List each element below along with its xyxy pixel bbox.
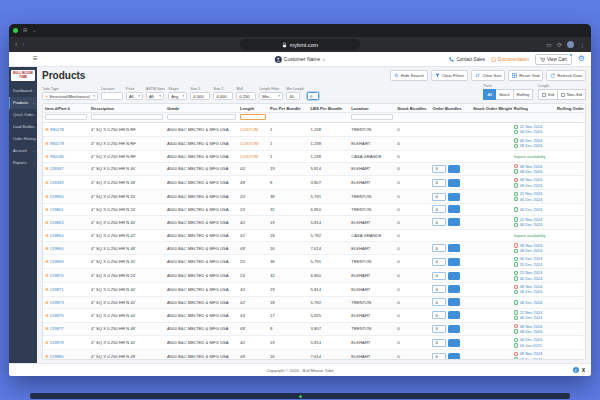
astm-spec-input[interactable]: All▾	[146, 92, 164, 100]
settings-gear-icon[interactable]: ⚙	[578, 55, 585, 63]
item-number-link[interactable]: 119868	[50, 259, 64, 264]
rolling-date-link[interactable]: 08 Dec 2024	[520, 183, 543, 188]
sidebar-item-load-builder[interactable]: Load Builder›	[9, 121, 37, 133]
add-to-cart-button[interactable]	[448, 179, 460, 187]
sidebar-item-products[interactable]: Products›	[9, 97, 37, 109]
rolling-date-link[interactable]: 06 Dec 2024	[520, 197, 543, 202]
add-to-cart-button[interactable]	[448, 205, 460, 213]
add-to-cart-button[interactable]	[448, 298, 460, 306]
reset-grid-button[interactable]: Reset Grid	[508, 70, 543, 81]
expand-plus-icon[interactable]: ⊕	[45, 354, 49, 359]
order-qty-input[interactable]: 0	[432, 165, 446, 173]
column-header-pcs-per-bundle[interactable]: Pcs Per Bundle	[268, 104, 309, 113]
item-number-link[interactable]: 980180	[50, 154, 64, 159]
refresh-icon[interactable]: ⟳	[557, 42, 562, 48]
add-to-cart-button[interactable]	[448, 272, 460, 280]
parts-option-stock[interactable]: Stock	[496, 89, 513, 100]
add-to-cart-button[interactable]	[448, 285, 460, 293]
refresh-data-button[interactable]: Refresh Data	[546, 70, 586, 81]
add-to-cart-button[interactable]	[448, 339, 460, 347]
rolling-date-link[interactable]: 06 Dec 2024	[520, 315, 543, 320]
column-filter-input-grade[interactable]	[167, 114, 236, 120]
min-length-input[interactable]: 40	[286, 92, 300, 100]
item-number-link[interactable]: 119870	[50, 273, 64, 278]
add-to-cart-button[interactable]	[448, 258, 460, 266]
add-to-cart-button[interactable]	[448, 325, 460, 333]
item-number-link[interactable]: 980179	[50, 141, 64, 146]
parts-input[interactable]: All▾	[126, 92, 143, 100]
rolling-date-link[interactable]: 03 Jan 2025	[520, 343, 542, 348]
browser-profile-avatar[interactable]	[567, 41, 574, 48]
expand-plus-icon[interactable]: ⊕	[45, 313, 49, 318]
item-number-link[interactable]: 119861	[50, 207, 64, 212]
expand-plus-icon[interactable]: ⊕	[45, 287, 49, 292]
column-filter-input-location[interactable]	[351, 114, 393, 120]
add-to-cart-button[interactable]	[448, 165, 460, 173]
item-number-link[interactable]: 118349	[50, 180, 64, 185]
order-qty-input[interactable]: 0	[432, 179, 446, 187]
desktop-dock[interactable]	[30, 393, 570, 399]
column-header-rolling-order-weight[interactable]: Rolling Order Weight	[555, 104, 585, 113]
item-number-link[interactable]: 119877	[50, 326, 64, 331]
order-qty-input[interactable]: 0	[432, 298, 446, 306]
extra-input[interactable]: 0	[307, 92, 319, 100]
hide-search-button[interactable]: Hide Search	[390, 70, 428, 81]
view-cart-button[interactable]: View Cart	[535, 54, 572, 65]
item-number-link[interactable]: 118347	[50, 166, 64, 171]
shape-input[interactable]: Any▾	[168, 92, 187, 100]
expand-plus-icon[interactable]: ⊕	[45, 207, 49, 212]
rolling-date-link[interactable]: 08 Dec 2024	[520, 143, 543, 148]
add-to-cart-button[interactable]	[448, 311, 460, 319]
add-to-cart-button[interactable]	[448, 353, 460, 360]
size-1-input[interactable]: 4.000	[190, 92, 210, 100]
expand-plus-icon[interactable]: ⊕	[45, 340, 49, 345]
expand-plus-icon[interactable]: ⊕	[45, 180, 49, 185]
customer-selector[interactable]: Customer Name ∨	[275, 56, 325, 63]
sidebar-toggle-icon[interactable]: ≡	[33, 55, 38, 63]
column-header-grade[interactable]: Grade	[165, 104, 238, 113]
column-header-item-part[interactable]: Item #/Part #	[43, 104, 89, 113]
traffic-light-icon[interactable]	[13, 28, 18, 33]
item-number-link[interactable]: 119863	[50, 220, 64, 225]
order-qty-input[interactable]: 0	[432, 205, 446, 213]
size-2-input[interactable]: 4.000	[213, 92, 233, 100]
item-number-link[interactable]: 119864	[50, 233, 64, 238]
length-option-std[interactable]: Std	[538, 89, 558, 100]
clear-sort-button[interactable]: Clear Sort	[471, 70, 505, 81]
clear-x-icon[interactable]: ✕	[45, 94, 48, 99]
sidebar-item-quick-order[interactable]: Quick Order›	[9, 109, 37, 121]
item-number-link[interactable]: 980178	[50, 127, 64, 132]
column-header-description[interactable]: Description	[89, 104, 165, 113]
item-number-link[interactable]: 119878	[50, 340, 64, 345]
rolling-date-link[interactable]: 08 Dec 2024	[520, 289, 543, 294]
rolling-date-link[interactable]: 06 Dec 2024	[520, 276, 543, 281]
column-header-lbs-per-bundle[interactable]: LBS Per Bundle	[309, 104, 350, 113]
rolling-date-link[interactable]: 06 Dec 2024	[520, 207, 543, 212]
expand-plus-icon[interactable]: ⊕	[45, 246, 49, 251]
rolling-date-link[interactable]: 06 Dec 2024	[520, 129, 543, 134]
rolling-date-link[interactable]: 06 Dec 2024	[520, 222, 543, 227]
expand-plus-icon[interactable]: ⊕	[45, 127, 49, 132]
rolling-date-link[interactable]: 08 Dec 2024	[520, 248, 543, 253]
expand-plus-icon[interactable]: ⊕	[45, 154, 49, 159]
order-qty-input[interactable]: 0	[432, 353, 446, 360]
item-number-link[interactable]: 119873	[50, 300, 64, 305]
item-number-link[interactable]: 119866	[50, 246, 64, 251]
rolling-date-link[interactable]: 08 Dec 2024	[520, 329, 543, 334]
cast-icon[interactable]: ▭	[546, 42, 552, 48]
tab-chevron-icon[interactable]: ⌄	[32, 28, 36, 33]
url-bar[interactable]: mybmt.com	[240, 39, 360, 50]
item-number-link[interactable]: 119880	[50, 354, 64, 359]
order-qty-input[interactable]: 0	[432, 193, 446, 201]
add-to-cart-button[interactable]	[448, 244, 460, 252]
wall-input[interactable]: 0.250	[236, 92, 256, 100]
rolling-date-link[interactable]: 08 Dec 2024	[520, 169, 543, 174]
length-option-non-std[interactable]: Non-Std	[558, 89, 586, 100]
column-header-length[interactable]: Length	[238, 104, 268, 113]
location-input[interactable]	[101, 92, 123, 100]
item-number-link[interactable]: 119875	[50, 313, 64, 318]
item-number-link[interactable]: 119871	[50, 287, 64, 292]
rolling-date-link[interactable]: 08 Dec 2024	[520, 300, 543, 305]
column-filter-input-description[interactable]	[91, 114, 163, 120]
expand-plus-icon[interactable]: ⊕	[45, 326, 49, 331]
